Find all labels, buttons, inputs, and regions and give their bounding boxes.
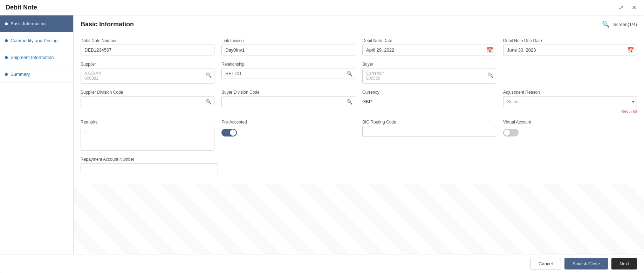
page-title: Basic Information	[81, 21, 134, 28]
buyer-value: Carrefour000380	[366, 71, 485, 81]
currency-group: Currency GBP	[362, 90, 496, 107]
buyer-division-wrapper: 🔍	[221, 96, 355, 107]
sidebar-item-shipment-information[interactable]: Shipment Information	[0, 49, 73, 66]
close-icon: ✕	[632, 5, 636, 11]
debit-note-date-input[interactable]	[362, 45, 496, 55]
sidebar-dot	[5, 56, 8, 59]
buyer-search-icon[interactable]: 🔍	[487, 72, 493, 78]
pre-accepted-group: Pre-Accepted	[221, 120, 355, 136]
form-section: Debit Note Number Link Invoice Debit Not…	[74, 31, 644, 184]
maximize-button[interactable]: ⤢	[617, 4, 625, 12]
relationship-label: Relationship	[221, 62, 355, 67]
form-row-5: Repayment Account Number	[81, 157, 637, 174]
debit-note-number-label: Debit Note Number	[81, 38, 214, 43]
adjustment-reason-group: Adjustment Reason Select ▾ Required	[503, 90, 637, 113]
debit-note-due-date-calendar-icon[interactable]: 📅	[628, 47, 634, 53]
debit-note-date-calendar-icon[interactable]: 📅	[487, 47, 493, 53]
adjustment-reason-label: Adjustment Reason	[503, 90, 637, 95]
sidebar: Basic Information Commodity and Pricing …	[0, 15, 74, 254]
toggle-track	[221, 129, 237, 136]
sidebar-dot	[5, 39, 8, 42]
relationship-wrapper: 🔍	[221, 68, 355, 79]
remarks-label: Remarks	[81, 120, 214, 125]
content-header: Basic Information 🔍 Screen(1/4)	[74, 15, 644, 31]
sidebar-item-commodity-pricing[interactable]: Commodity and Pricing	[0, 32, 73, 49]
sidebar-dot	[5, 73, 8, 76]
supplier-wrapper: XXXXXX000381 🔍	[81, 68, 214, 84]
relationship-input[interactable]	[221, 68, 355, 79]
close-button[interactable]: ✕	[630, 4, 638, 12]
virtual-account-toggle[interactable]	[503, 129, 519, 136]
main-content: Basic Information 🔍 Screen(1/4) Debit No…	[74, 15, 644, 254]
bic-routing-group: BIC Routing Code	[362, 120, 496, 137]
buyer-division-label: Buyer Division Code	[221, 90, 355, 95]
sidebar-item-summary[interactable]: Summary	[0, 66, 73, 83]
supplier-search-icon[interactable]: 🔍	[206, 72, 212, 78]
debit-note-date-label: Debit Note Date	[362, 38, 496, 43]
supplier-division-search-icon[interactable]: 🔍	[206, 99, 212, 105]
maximize-icon: ⤢	[619, 5, 623, 11]
sidebar-label-basic: Basic Information	[11, 21, 46, 26]
debit-note-date-wrapper: 📅	[362, 45, 496, 55]
supplier-group: Supplier XXXXXX000381 🔍	[81, 62, 214, 84]
buyer-division-group: Buyer Division Code 🔍	[221, 90, 355, 107]
screen-info: Screen(1/4)	[613, 22, 637, 27]
sidebar-label-shipment: Shipment Information	[11, 55, 54, 60]
sidebar-label-summary: Summary	[11, 72, 30, 77]
next-button[interactable]: Next	[611, 258, 637, 269]
supplier-value: XXXXXX000381	[84, 71, 203, 81]
pre-accepted-toggle[interactable]	[221, 129, 237, 136]
remarks-group: Remarks	[81, 120, 214, 151]
form-row-4: Remarks Pre-Accepted BIC Routing Code	[81, 120, 637, 151]
debit-note-due-date-group: Debit Note Due Date 📅	[503, 38, 637, 55]
supplier-label: Supplier	[81, 62, 214, 67]
toggle-track-off	[503, 129, 519, 136]
supplier-division-input[interactable]	[81, 96, 214, 107]
modal-container: Debit Note ⤢ ✕ Basic Information Commodi…	[0, 0, 644, 273]
buyer-division-input[interactable]	[221, 96, 355, 107]
required-label: Required	[503, 109, 637, 113]
virtual-account-group: Virtual Account	[503, 120, 637, 136]
form-row-2: Supplier XXXXXX000381 🔍 Relationship	[81, 62, 637, 84]
buyer-field[interactable]: Carrefour000380	[362, 68, 496, 84]
remarks-textarea[interactable]	[81, 126, 214, 151]
debit-note-due-date-label: Debit Note Due Date	[503, 38, 637, 43]
relationship-search-icon[interactable]: 🔍	[347, 71, 352, 76]
header-actions: ⤢ ✕	[617, 4, 638, 12]
adjustment-reason-select[interactable]: Select	[503, 96, 637, 107]
modal-title: Debit Note	[6, 4, 37, 11]
supplier-division-label: Supplier Division Code	[81, 90, 214, 95]
pre-accepted-label: Pre-Accepted	[221, 120, 355, 125]
toggle-thumb-off	[504, 129, 510, 136]
topo-background-area	[74, 184, 644, 254]
cancel-button[interactable]: Cancel	[530, 258, 561, 269]
debit-note-due-date-wrapper: 📅	[503, 45, 637, 55]
link-invoice-group: Link Invoice	[221, 38, 355, 55]
buyer-group: Buyer Carrefour000380 🔍	[362, 62, 496, 84]
currency-value: GBP	[362, 96, 496, 107]
modal-header: Debit Note ⤢ ✕	[0, 0, 644, 15]
bic-routing-label: BIC Routing Code	[362, 120, 496, 125]
link-invoice-input[interactable]	[221, 45, 355, 55]
toggle-thumb	[230, 129, 236, 136]
currency-label: Currency	[362, 90, 496, 95]
buyer-label: Buyer	[362, 62, 496, 67]
repayment-input[interactable]	[81, 163, 218, 174]
buyer-wrapper: Carrefour000380 🔍	[362, 68, 496, 84]
modal-body: Basic Information Commodity and Pricing …	[0, 15, 644, 254]
save-close-button[interactable]: Save & Close	[564, 258, 608, 269]
header-search-icon[interactable]: 🔍	[602, 20, 610, 28]
debit-note-date-group: Debit Note Date 📅	[362, 38, 496, 55]
sidebar-dot	[5, 22, 8, 25]
supplier-division-wrapper: 🔍	[81, 96, 214, 107]
form-row-3: Supplier Division Code 🔍 Buyer Division …	[81, 90, 637, 113]
supplier-field[interactable]: XXXXXX000381	[81, 68, 214, 84]
sidebar-label-commodity: Commodity and Pricing	[11, 38, 57, 43]
buyer-division-search-icon[interactable]: 🔍	[347, 99, 352, 105]
bic-routing-input[interactable]	[362, 126, 496, 137]
repayment-label: Repayment Account Number	[81, 157, 218, 162]
debit-note-number-input[interactable]	[81, 45, 214, 55]
relationship-group: Relationship 🔍	[221, 62, 355, 79]
sidebar-item-basic-information[interactable]: Basic Information	[0, 15, 73, 32]
debit-note-due-date-input[interactable]	[503, 45, 637, 55]
